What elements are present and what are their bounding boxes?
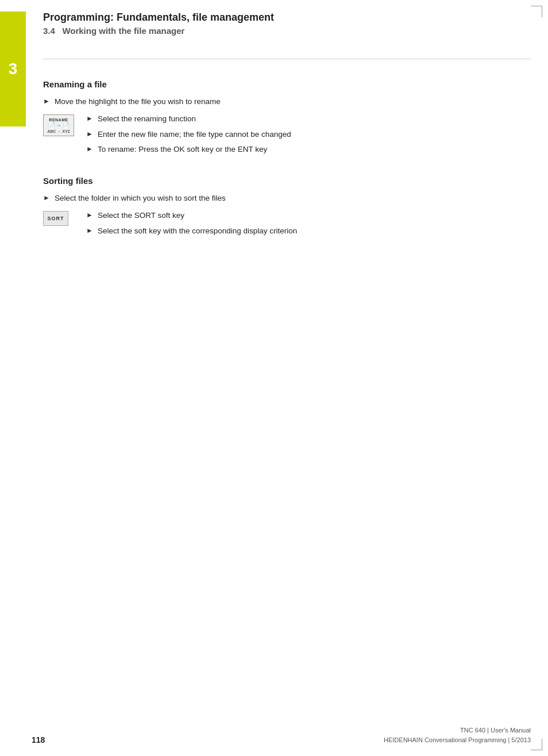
sorting-top-bullet-text: Select the folder in which you wish to s…: [55, 193, 226, 204]
sorting-section: Sorting files ► Select the folder in whi…: [43, 176, 531, 240]
bullet-arrow-2: ►: [86, 130, 93, 138]
sidebar: 3: [0, 0, 32, 756]
renaming-key-bullets: ► Select the renaming function ► Enter t…: [80, 113, 531, 159]
rename-key-file-icon2: 📄: [63, 122, 70, 129]
section-title: 3.4 Working with the file manager: [43, 26, 531, 36]
sorting-bullet-2: ► Select the soft key with the correspon…: [80, 225, 531, 237]
rename-key-icon: RENAME 📄 → 📄 ABC → XYZ: [43, 114, 74, 136]
chapter-tab: 3: [0, 11, 26, 126]
sorting-key-bullets: ► Select the SORT soft key ► Select the …: [80, 210, 531, 240]
sorting-bullet-text-2: Select the soft key with the correspondi…: [98, 225, 297, 237]
rename-key-arrow: →: [56, 122, 61, 128]
sorting-key-section: SORT ► Select the SORT soft key ► Select…: [43, 210, 531, 240]
renaming-heading: Renaming a file: [43, 79, 531, 89]
rename-key-top-label: RENAME: [49, 118, 68, 122]
sort-key-label: SORT: [47, 216, 64, 221]
sorting-bullet-arrow-2: ►: [86, 227, 93, 235]
page-container: 3 Programming: Fundamentals, file manage…: [0, 0, 548, 756]
renaming-bullet-text-3: To rename: Press the OK soft key or the …: [98, 144, 267, 155]
sort-key-icon: SORT: [43, 211, 68, 226]
renaming-bullet-3: ► To rename: Press the OK soft key or th…: [80, 144, 531, 155]
section-number: 3.4: [43, 26, 55, 36]
sorting-bullet-arrow-1: ►: [86, 211, 93, 219]
renaming-section: Renaming a file ► Move the highlight to …: [43, 79, 531, 159]
renaming-bullet-2: ► Enter the new file name; the file type…: [80, 129, 531, 140]
renaming-key-section: RENAME 📄 → 📄 ABC → XYZ ► Select the rena…: [43, 113, 531, 159]
renaming-bullet-text-1: Select the renaming function: [98, 113, 196, 125]
page-number: 118: [32, 735, 45, 745]
sorting-heading: Sorting files: [43, 176, 531, 186]
renaming-bullet-text-2: Enter the new file name; the file type c…: [98, 129, 291, 140]
chapter-title: Programming: Fundamentals, file manageme…: [43, 11, 531, 24]
sorting-top-bullet: ► Select the folder in which you wish to…: [43, 193, 531, 204]
footer-line2: HEIDENHAIN Conversational Programming | …: [384, 735, 531, 745]
chapter-number: 3: [9, 60, 18, 78]
header-section: Programming: Fundamentals, file manageme…: [43, 11, 531, 41]
footer-text: TNC 640 | User's Manual HEIDENHAIN Conve…: [384, 726, 531, 745]
renaming-bullet-1: ► Select the renaming function: [80, 113, 531, 125]
sorting-top-bullet-arrow: ►: [43, 194, 50, 202]
sorting-bullet-text-1: Select the SORT soft key: [98, 210, 184, 221]
header-divider: [43, 59, 531, 59]
renaming-top-bullet-arrow: ►: [43, 97, 50, 105]
sort-key-container: SORT: [43, 211, 80, 226]
footer-line1: TNC 640 | User's Manual: [384, 726, 531, 735]
rename-key-file-icon: 📄: [48, 122, 55, 129]
rename-key-container: RENAME 📄 → 📄 ABC → XYZ: [43, 114, 80, 136]
main-content: Programming: Fundamentals, file manageme…: [32, 0, 548, 756]
sorting-bullet-1: ► Select the SORT soft key: [80, 210, 531, 221]
renaming-top-bullet: ► Move the highlight to the file you wis…: [43, 96, 531, 108]
section-title-text: Working with the file manager: [62, 26, 184, 36]
rename-key-middle: 📄 → 📄: [48, 122, 70, 129]
footer: 118 TNC 640 | User's Manual HEIDENHAIN C…: [32, 726, 531, 745]
bullet-arrow-1: ►: [86, 114, 93, 122]
rename-key-bottom-label: ABC → XYZ: [47, 129, 70, 133]
renaming-top-bullet-text: Move the highlight to the file you wish …: [55, 96, 221, 108]
bullet-arrow-3: ►: [86, 145, 93, 153]
